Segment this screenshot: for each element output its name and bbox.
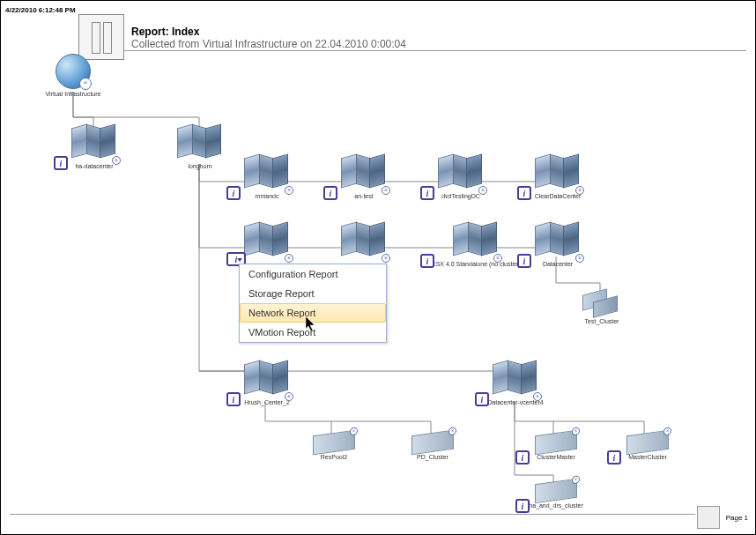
pool-icon: × — [535, 479, 577, 504]
info-button[interactable]: i — [323, 186, 337, 200]
page-number: Page 1 — [726, 514, 748, 522]
footer-rule — [10, 514, 695, 515]
info-button[interactable]: i — [475, 392, 489, 406]
datacenter-icon: × — [493, 362, 538, 398]
node-ha-datacenter[interactable]: × ha-datacenter — [61, 126, 128, 170]
info-button[interactable]: i — [54, 156, 68, 170]
datacenter-icon: × — [244, 362, 290, 398]
datacenter-icon: × — [71, 126, 117, 161]
node-longhorn[interactable]: longhorn — [167, 126, 233, 170]
node-dvd-testing[interactable]: × dvdTestingDC — [427, 156, 494, 200]
node-esx40[interactable]: × ESX 4.0 Standalone (no cluster) — [427, 224, 524, 268]
datacenter-icon: × — [341, 224, 387, 259]
pool-icon: × — [626, 430, 669, 456]
node-cluster-master[interactable]: × ClusterMaster — [523, 433, 589, 461]
menu-item-storage[interactable]: Storage Report — [240, 284, 386, 303]
node-respool2[interactable]: × ResPool2 — [300, 433, 367, 461]
pool-icon: × — [535, 430, 577, 456]
node-mmandc[interactable]: × mmandc — [233, 156, 300, 200]
info-button[interactable]: i — [517, 254, 531, 268]
info-button[interactable]: i — [515, 499, 530, 513]
datacenter-icon: × — [438, 156, 484, 191]
info-button[interactable]: i — [226, 392, 241, 406]
node-master-cluster[interactable]: × MasterCluster — [614, 433, 681, 461]
node-an-test[interactable]: × an-test — [330, 156, 397, 200]
info-button[interactable]: i — [515, 450, 530, 464]
info-button[interactable]: i — [607, 450, 621, 464]
cursor-icon — [306, 316, 318, 332]
datacenter-icon: × — [453, 224, 499, 259]
info-button[interactable]: i — [226, 186, 241, 200]
globe-icon — [56, 54, 91, 89]
node-ha-drs[interactable]: × ha_and_drs_cluster — [523, 481, 589, 509]
node-pd-cluster[interactable]: × PD_Cluster — [399, 433, 466, 461]
node-dc-vcenter4[interactable]: × Datacenter-vcenter4 — [482, 362, 549, 406]
info-button[interactable]: i — [517, 186, 531, 200]
node-test-cluster[interactable]: Test_Cluster — [568, 288, 635, 325]
pool-icon: × — [313, 430, 355, 456]
node-root[interactable]: Virtual Infrastructure — [40, 54, 107, 98]
datacenter-icon: × — [244, 224, 290, 259]
report-page: 4/22/2010 6:12:48 PM Report: Index Colle… — [0, 0, 756, 535]
pool-icon: × — [411, 430, 454, 456]
node-clear-dc[interactable]: × ClearDataCenter — [524, 156, 591, 200]
cluster-icon — [582, 288, 621, 316]
datacenter-icon: × — [341, 156, 387, 191]
node-datacenter[interactable]: × Datacenter — [524, 224, 591, 268]
footer-icon-box — [697, 506, 720, 529]
datacenter-icon: × — [535, 156, 581, 191]
info-button[interactable]: i — [420, 254, 434, 268]
datacenter-icon: × — [244, 156, 290, 191]
node-hrush[interactable]: × Hrush_Center_2 — [233, 362, 300, 406]
datacenter-icon — [177, 126, 223, 161]
datacenter-icon: × — [535, 224, 581, 259]
info-button[interactable]: i — [420, 186, 434, 200]
menu-item-configuration[interactable]: Configuration Report — [240, 264, 386, 284]
node-row2-2[interactable]: × — [330, 224, 397, 259]
